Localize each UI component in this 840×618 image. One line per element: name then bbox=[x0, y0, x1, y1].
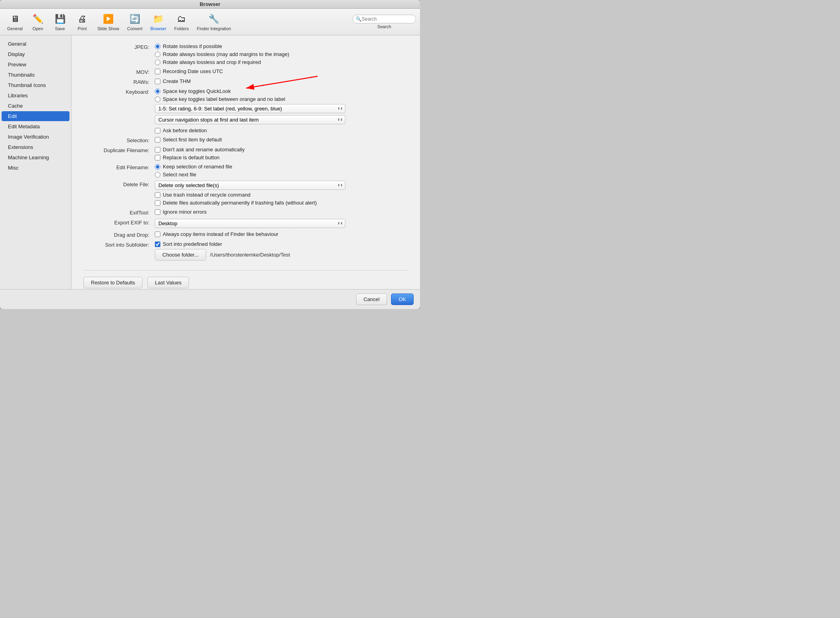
selection-checkbox-0[interactable] bbox=[155, 137, 160, 143]
sidebar-item-libraries[interactable]: Libraries bbox=[2, 91, 69, 100]
jpeg-radio-0[interactable] bbox=[155, 44, 160, 49]
keyboard-label: Keyboard: bbox=[83, 88, 155, 95]
delete-file-row: Delete File: Delete only selected file(s… bbox=[83, 181, 408, 206]
sort-subfolder-option-0[interactable]: Sort into predefined folder bbox=[155, 241, 408, 247]
delete-file-dropdown-row: Delete only selected file(s) bbox=[155, 181, 408, 190]
ask-deletion-controls: Ask before deletion bbox=[155, 127, 408, 133]
jpeg-option-2[interactable]: Rotate always lossless and crop if requi… bbox=[155, 59, 408, 65]
keyboard-option-0-label: Space key toggles QuickLook bbox=[163, 88, 231, 94]
toolbar-browser-label: Browser bbox=[150, 26, 166, 31]
edit-filename-radio-0[interactable] bbox=[155, 164, 160, 170]
jpeg-option-1[interactable]: Rotate always lossless (may add margins … bbox=[155, 51, 408, 57]
jpeg-label: JPEG: bbox=[83, 43, 155, 50]
footer: Cancel OK bbox=[0, 289, 420, 309]
ok-button[interactable]: OK bbox=[391, 294, 414, 305]
toolbar-folders-label: Folders bbox=[174, 26, 189, 31]
sidebar-item-preview[interactable]: Preview bbox=[2, 60, 69, 70]
restore-defaults-button[interactable]: Restore to Defaults bbox=[83, 277, 143, 288]
exiftool-controls: Ignore minor errors bbox=[155, 209, 408, 215]
raws-checkbox-0[interactable] bbox=[155, 79, 160, 84]
sidebar-item-machine-learning[interactable]: Machine Learning bbox=[2, 153, 69, 162]
last-values-button[interactable]: Last Values bbox=[147, 277, 189, 288]
cancel-button[interactable]: Cancel bbox=[356, 294, 387, 305]
sidebar-item-misc[interactable]: Misc bbox=[2, 163, 69, 173]
delete-file-dropdown-wrapper: Delete only selected file(s) bbox=[155, 181, 345, 190]
toolbar-general[interactable]: 🖥 General bbox=[4, 11, 26, 33]
keyboard-radio-1[interactable] bbox=[155, 97, 160, 102]
export-exif-row: Export EXIF to: Desktop bbox=[83, 219, 408, 228]
keyboard-dropdown-1-row: 1-5: Set rating, 6-9: Set label (red, ye… bbox=[155, 104, 408, 113]
duplicate-checkbox-1[interactable] bbox=[155, 155, 160, 160]
drag-drop-checkbox-0[interactable] bbox=[155, 232, 160, 237]
jpeg-option-0[interactable]: Rotate lossless if possible bbox=[155, 43, 408, 49]
export-exif-dropdown[interactable]: Desktop bbox=[155, 219, 345, 228]
toolbar-browser[interactable]: 📁 Browser bbox=[147, 11, 170, 33]
ask-deletion-checkbox[interactable] bbox=[155, 128, 160, 133]
toolbar-finder[interactable]: 🔧 Finder Integration bbox=[194, 11, 234, 33]
drag-drop-option-0[interactable]: Always copy items instead of Finder like… bbox=[155, 231, 408, 237]
mov-checkbox-0[interactable] bbox=[155, 69, 160, 74]
toolbar-convert[interactable]: 🔄 Convert bbox=[124, 11, 146, 33]
delete-file-option-0[interactable]: Use trash instead of recycle command bbox=[155, 192, 408, 198]
sidebar-item-general[interactable]: General bbox=[2, 39, 69, 49]
drag-drop-row: Drag and Drop: Always copy items instead… bbox=[83, 231, 408, 238]
sidebar-item-display[interactable]: Display bbox=[2, 49, 69, 59]
ask-deletion-row: Ask before deletion bbox=[83, 127, 408, 133]
delete-file-option-1[interactable]: Delete files automatically permanently i… bbox=[155, 200, 408, 206]
delete-file-dropdown[interactable]: Delete only selected file(s) bbox=[155, 181, 345, 190]
mov-option-0[interactable]: Recording Date uses UTC bbox=[155, 68, 408, 74]
edit-filename-option-0[interactable]: Keep selection of renamed file bbox=[155, 164, 408, 170]
sort-subfolder-option-0-label: Sort into predefined folder bbox=[163, 241, 222, 247]
duplicate-checkbox-0[interactable] bbox=[155, 147, 160, 153]
keyboard-option-0[interactable]: Space key toggles QuickLook bbox=[155, 88, 408, 94]
drag-drop-controls: Always copy items instead of Finder like… bbox=[155, 231, 408, 237]
keyboard-dropdown-1[interactable]: 1-5: Set rating, 6-9: Set label (red, ye… bbox=[155, 104, 345, 113]
duplicate-option-1[interactable]: Replace is default button bbox=[155, 154, 408, 160]
sort-subfolder-checkbox-0[interactable] bbox=[155, 241, 160, 247]
jpeg-radio-1[interactable] bbox=[155, 52, 160, 57]
exiftool-row: ExifTool: Ignore minor errors bbox=[83, 209, 408, 216]
edit-filename-label: Edit Filename: bbox=[83, 164, 155, 170]
jpeg-option-2-label: Rotate always lossless and crop if requi… bbox=[163, 59, 261, 65]
sidebar-item-edit[interactable]: Edit bbox=[2, 111, 69, 121]
delete-file-checkbox-1[interactable] bbox=[155, 200, 160, 206]
toolbar-print[interactable]: 🖨 Print bbox=[72, 11, 92, 33]
sidebar-item-cache[interactable]: Cache bbox=[2, 101, 69, 111]
toolbar-slideshow[interactable]: ▶️ Slide Show bbox=[94, 11, 122, 33]
toolbar-folders[interactable]: 🗂 Folders bbox=[171, 11, 192, 33]
sidebar-item-edit-metadata[interactable]: Edit Metadata bbox=[2, 122, 69, 131]
raws-option-0[interactable]: Create THM bbox=[155, 78, 408, 84]
jpeg-radio-2[interactable] bbox=[155, 60, 160, 65]
selection-option-0[interactable]: Select first item by default bbox=[155, 137, 408, 143]
edit-filename-radio-1[interactable] bbox=[155, 172, 160, 178]
sidebar-item-thumbnails[interactable]: Thumbnails bbox=[2, 70, 69, 80]
ask-deletion-option-0[interactable]: Ask before deletion bbox=[155, 127, 408, 133]
keyboard-option-1[interactable]: Space key toggles label between orange a… bbox=[155, 96, 408, 102]
edit-filename-option-1[interactable]: Select next file bbox=[155, 172, 408, 178]
exiftool-option-0[interactable]: Ignore minor errors bbox=[155, 209, 408, 215]
toolbar-save[interactable]: 💾 Save bbox=[50, 11, 70, 33]
sidebar-item-thumbnail-icons[interactable]: Thumbnail Icons bbox=[2, 80, 69, 90]
exiftool-checkbox-0[interactable] bbox=[155, 209, 160, 215]
search-input[interactable] bbox=[353, 15, 416, 23]
export-exif-dropdown-wrapper: Desktop bbox=[155, 219, 345, 228]
slideshow-icon: ▶️ bbox=[102, 13, 115, 25]
jpeg-setting-row: JPEG: Rotate lossless if possible Rotate… bbox=[83, 43, 408, 65]
keyboard-dropdown-2-wrapper: Cursor navigation stops at first and las… bbox=[155, 115, 345, 124]
sidebar-item-extensions[interactable]: Extensions bbox=[2, 142, 69, 152]
selection-label: Selection: bbox=[83, 137, 155, 143]
sort-subfolder-row: Sort into Subfolder: Sort into predefine… bbox=[83, 241, 408, 261]
convert-icon: 🔄 bbox=[128, 13, 141, 25]
choose-folder-button[interactable]: Choose folder... bbox=[155, 249, 206, 261]
duplicate-option-0[interactable]: Don't ask and rename automatically bbox=[155, 147, 408, 153]
toolbar-open[interactable]: ✏️ Open bbox=[27, 11, 48, 33]
mov-controls: Recording Date uses UTC bbox=[155, 68, 408, 74]
delete-file-checkbox-0[interactable] bbox=[155, 192, 160, 198]
general-icon: 🖥 bbox=[9, 13, 21, 25]
keyboard-radio-0[interactable] bbox=[155, 89, 160, 94]
selection-option-0-label: Select first item by default bbox=[163, 137, 222, 143]
keyboard-dropdown-2[interactable]: Cursor navigation stops at first and las… bbox=[155, 115, 345, 124]
jpeg-controls: Rotate lossless if possible Rotate alway… bbox=[155, 43, 408, 65]
delete-file-option-1-label: Delete files automatically permanently i… bbox=[163, 200, 317, 206]
sidebar-item-image-verification[interactable]: Image Verification bbox=[2, 132, 69, 142]
